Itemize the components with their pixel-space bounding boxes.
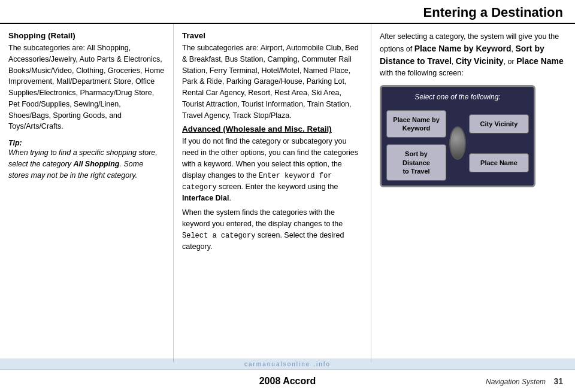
nav-screen-title: Select one of the following: [386,93,529,101]
advanced-body2: When the system finds the categories wit… [182,207,362,252]
left-column: Shopping (Retail) The subcategories are:… [0,24,174,362]
nav-btn-place-name-keyword[interactable]: Place Name byKeyword [386,110,446,138]
footer-right: Navigation System 31 [486,376,563,386]
advanced-section-title: Advanced (Wholesale and Misc. Retail) [182,124,362,133]
nav-screen: Select one of the following: Place Name … [380,85,535,188]
footer-nav-label: Navigation System [486,378,546,386]
right-intro: After selecting a category, the system w… [380,31,567,79]
page-header: Entering a Destination [0,0,575,24]
travel-section-title: Travel [182,31,362,40]
footer-page-number: 31 [553,376,563,386]
mid-column: Travel The subcategories are: Airport, A… [174,24,371,362]
footer-center-text: 2008 Accord [259,376,316,387]
content-area: Shopping (Retail) The subcategories are:… [0,24,575,362]
page-title: Entering a Destination [423,5,563,20]
nav-dial[interactable] [449,126,466,160]
advanced-body: If you do not find the category or subca… [182,136,362,203]
tip-text: When trying to find a specific shopping … [8,148,158,180]
page-footer: 2008 Accord Navigation System 31 [0,369,575,392]
nav-btn-sort-distance[interactable]: Sort by Distanceto Travel [386,144,446,181]
nav-btn-place-name[interactable]: Place Name [469,153,529,172]
nav-buttons-grid: Place Name byKeyword City Vicinity Sort … [386,106,529,181]
shopping-body: The subcategories are: All Shopping, Acc… [8,42,165,132]
tip-block: Tip: When trying to find a specific shop… [8,138,165,181]
tip-label: Tip: [8,139,22,147]
travel-body: The subcategories are: Airport, Automobi… [182,42,362,121]
shopping-section-title: Shopping (Retail) [8,31,165,40]
watermark: carmanualsonline .info [0,358,575,369]
right-column: After selecting a category, the system w… [371,24,575,362]
nav-btn-city-vicinity[interactable]: City Vicinity [469,114,529,133]
